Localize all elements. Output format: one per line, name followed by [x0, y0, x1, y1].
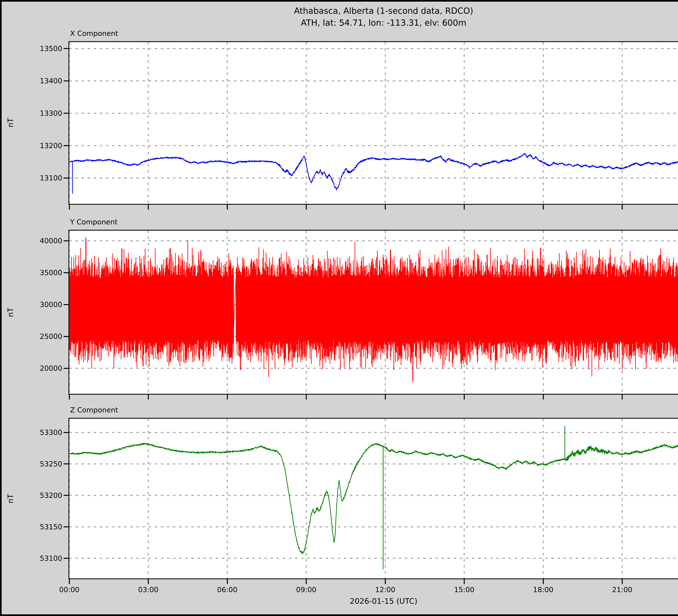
x-tick-mark	[69, 395, 70, 399]
x-tick-mark	[306, 579, 307, 584]
x-tick-label: 09:00	[285, 585, 328, 594]
x-tick-mark	[227, 579, 228, 584]
x-tick-label: 03:00	[127, 585, 170, 594]
figure-title-line2: ATH, lat: 54.71, lon: -113.31, elv: 600m	[68, 17, 678, 28]
y-tick-label: 13400	[8, 77, 62, 85]
y-tick-mark	[64, 336, 69, 337]
y-tick-mark	[64, 368, 69, 369]
x-tick-label: 00:00	[48, 585, 91, 594]
x-tick-mark	[622, 395, 623, 399]
y-tick-mark	[64, 80, 69, 81]
x-tick-mark	[306, 395, 307, 399]
y-tick-label: 53100	[8, 554, 62, 563]
x-tick-mark	[69, 579, 70, 584]
x-tick-label: 12:00	[364, 585, 407, 594]
x-tick-mark	[385, 395, 386, 399]
y-tick-label: 13100	[8, 174, 62, 182]
x-tick-mark	[148, 205, 149, 210]
y-tick-label: 53250	[8, 460, 62, 468]
y-tick-mark	[64, 463, 69, 464]
x-tick-mark	[464, 579, 465, 584]
y-tick-label: 40000	[8, 237, 62, 245]
y-tick-label: 13500	[8, 44, 62, 53]
subplot-title-z: Z Component	[70, 406, 118, 414]
y-tick-label: 35000	[8, 268, 62, 277]
x-tick-mark	[543, 395, 544, 399]
x-tick-mark	[148, 395, 149, 399]
x-axis-label: 2026-01-15 (UTC)	[68, 596, 678, 606]
plot-x-component	[69, 41, 678, 205]
x-tick-mark	[385, 579, 386, 584]
x-tick-mark	[385, 205, 386, 210]
x-tick-label: 21:00	[601, 585, 644, 594]
x-tick-mark	[227, 205, 228, 210]
y-tick-label: 13300	[8, 109, 62, 117]
x-tick-mark	[622, 579, 623, 584]
y-tick-label: 53300	[8, 428, 62, 437]
y-tick-mark	[64, 304, 69, 305]
y-tick-label: 53150	[8, 523, 62, 531]
y-tick-mark	[64, 113, 69, 114]
magnetometer-figure: Athabasca, Alberta (1-second data, RDCO)…	[0, 0, 678, 616]
y-tick-label: 25000	[8, 332, 62, 340]
y-tick-label: 13200	[8, 142, 62, 150]
x-tick-mark	[543, 579, 544, 584]
y-tick-mark	[64, 272, 69, 273]
x-tick-mark	[622, 205, 623, 210]
y-tick-mark	[64, 432, 69, 433]
data-line-z-component	[69, 426, 678, 569]
x-tick-label: 15:00	[443, 585, 486, 594]
y-tick-label: 20000	[8, 364, 62, 372]
plot-z-component	[69, 418, 678, 579]
y-tick-mark	[64, 558, 69, 559]
subplot-title-y: Y Component	[70, 218, 118, 226]
y-tick-mark	[64, 495, 69, 496]
x-tick-mark	[306, 205, 307, 210]
x-tick-mark	[69, 205, 70, 210]
y-tick-mark	[64, 240, 69, 241]
x-tick-mark	[464, 205, 465, 210]
figure-title-line1: Athabasca, Alberta (1-second data, RDCO)	[68, 5, 678, 16]
data-line-x-component	[69, 48, 678, 193]
subplot-title-x: X Component	[70, 29, 118, 37]
x-tick-mark	[227, 395, 228, 399]
y-axis-label-x: nT	[6, 118, 15, 128]
y-tick-mark	[64, 526, 69, 527]
y-tick-mark	[64, 178, 69, 179]
data-band-y-component	[69, 238, 678, 382]
plot-y-component	[69, 230, 678, 395]
x-tick-label: 06:00	[205, 585, 249, 594]
y-tick-label: 30000	[8, 300, 62, 309]
x-tick-mark	[148, 579, 149, 584]
x-tick-mark	[543, 205, 544, 210]
x-tick-mark	[464, 395, 465, 399]
x-tick-label: 18:00	[522, 585, 565, 594]
y-axis-label-y: nT	[6, 307, 15, 317]
y-tick-mark	[64, 48, 69, 49]
y-tick-mark	[64, 145, 69, 146]
y-tick-label: 53200	[8, 491, 62, 500]
